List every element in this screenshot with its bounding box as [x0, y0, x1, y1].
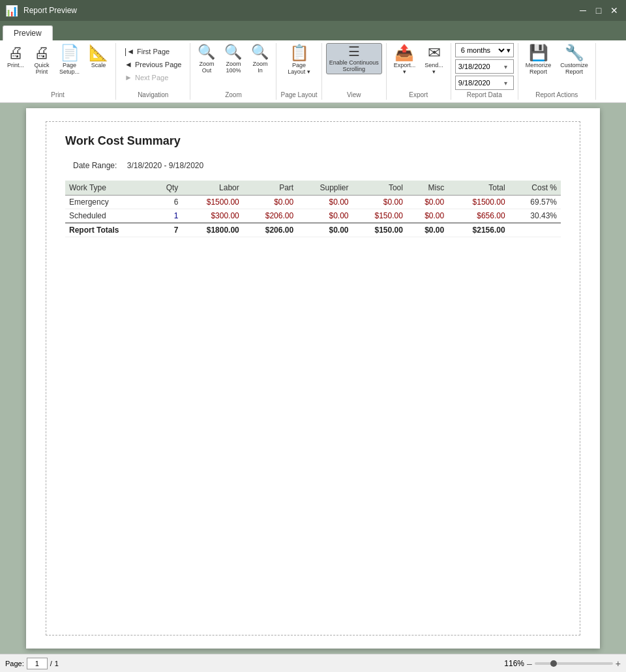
report-actions-group-label: Report Actions: [522, 90, 591, 100]
row-1-supplier: $0.00: [297, 209, 352, 224]
page-number-input[interactable]: [27, 658, 48, 669]
close-button[interactable]: ✕: [608, 4, 621, 17]
customize-icon: 🔧: [565, 45, 584, 61]
table-row: Scheduled 1 $300.00 $206.00 $0.00 $150.0…: [65, 209, 561, 224]
period-dropdown[interactable]: 6 months 3 months 1 month This Year Cust…: [458, 46, 507, 55]
tab-preview[interactable]: Preview: [3, 25, 53, 40]
row-1-work-type: Scheduled: [65, 209, 152, 224]
scale-icon: 📐: [89, 45, 108, 61]
zoom-decrease-button[interactable]: –: [527, 658, 532, 669]
zoom-100-icon: 🔍: [224, 45, 242, 59]
row-0-supplier: $0.00: [297, 196, 352, 209]
report-data-group-label: Report Data: [467, 90, 502, 100]
col-cost-pct: Cost %: [509, 181, 561, 196]
enable-continuous-button[interactable]: ☰ Enable Continuous Scrolling: [326, 43, 382, 74]
page-setup-icon: 📄: [60, 45, 80, 61]
tab-bar: Preview: [0, 21, 626, 40]
ribbon-content: 🖨 Print... 🖨 Quick Print 📄 Page Setup...…: [0, 40, 626, 102]
row-0-qty: 6: [152, 196, 182, 209]
send-button[interactable]: ✉ Send... ▾: [421, 43, 447, 77]
row-0-total: $1500.00: [448, 196, 509, 209]
zoom-in-icon: 🔍: [251, 45, 269, 59]
row-0-part: $0.00: [243, 196, 297, 209]
status-bar: Page: / 1 116% – +: [0, 654, 626, 672]
page-setup-label: Page Setup...: [59, 62, 80, 75]
row-1-cost-pct: 30.43%: [509, 209, 561, 224]
quick-print-button[interactable]: 🖨 Quick Print: [30, 43, 53, 77]
table-row: Emergency 6 $1500.00 $0.00 $0.00 $0.00 $…: [65, 196, 561, 209]
row-0-tool: $0.00: [353, 196, 407, 209]
ribbon-group-zoom: 🔍 Zoom Out 🔍 Zoom 100% 🔍 Zoom In Zoom: [190, 43, 276, 100]
start-date-input[interactable]: [458, 63, 504, 70]
zoom-slider[interactable]: [535, 662, 613, 665]
zoom-out-label: Zoom Out: [199, 61, 214, 74]
customize-report-button[interactable]: 🔧 Customize Report: [557, 43, 591, 77]
row-1-qty: 1: [152, 209, 182, 224]
end-date-field[interactable]: ▾: [455, 76, 514, 90]
end-date-input[interactable]: [458, 79, 504, 87]
page-layout-button[interactable]: 📋 Page Layout ▾: [284, 43, 314, 77]
end-date-arrow[interactable]: ▾: [504, 80, 507, 87]
start-date-arrow[interactable]: ▾: [504, 63, 507, 70]
title-bar-title: Report Preview: [23, 6, 77, 15]
page-navigation: Page: / 1: [5, 658, 59, 669]
zoom-level-label: 116%: [504, 659, 524, 668]
export-button[interactable]: 📤 Export... ▾: [391, 43, 419, 77]
page-setup-button[interactable]: 📄 Page Setup...: [56, 43, 83, 77]
zoom-100-button[interactable]: 🔍 Zoom 100%: [221, 43, 245, 76]
col-work-type: Work Type: [65, 181, 152, 196]
ribbon-group-navigation: |◄ First Page ◄ Previous Page ► Next Pag…: [116, 43, 190, 100]
col-tool: Tool: [353, 181, 407, 196]
quick-print-label: Quick Print: [35, 62, 50, 75]
totals-label: Report Totals: [65, 223, 152, 237]
title-bar: 📊 Report Preview ─ □ ✕: [0, 0, 626, 21]
app-icon: 📊: [5, 5, 18, 17]
total-pages: 1: [55, 660, 59, 667]
next-page-button[interactable]: ► Next Page: [121, 72, 185, 83]
report-action-buttons: 💾 Memorize Report 🔧 Customize Report: [522, 43, 591, 90]
title-bar-controls[interactable]: ─ □ ✕: [576, 4, 621, 17]
row-1-part: $206.00: [243, 209, 297, 224]
memorize-label: Memorize Report: [526, 62, 552, 75]
ribbon-group-page-layout: 📋 Page Layout ▾ Page Layout: [276, 43, 321, 100]
page-layout-group-label: Page Layout: [280, 90, 317, 100]
continuous-scroll-icon: ☰: [348, 45, 360, 58]
printer-icon: 🖨: [8, 45, 23, 61]
print-button[interactable]: 🖨 Print...: [4, 43, 27, 70]
zoom-increase-button[interactable]: +: [616, 658, 621, 669]
zoom-in-button[interactable]: 🔍 Zoom In: [248, 43, 272, 76]
totals-labor: $1800.00: [182, 223, 243, 237]
totals-cost-pct: [509, 223, 561, 237]
print-label: Print...: [7, 62, 24, 68]
continuous-scroll-label: Enable Continuous Scrolling: [329, 59, 379, 72]
page-layout-buttons: 📋 Page Layout ▾: [284, 43, 314, 90]
zoom-buttons: 🔍 Zoom Out 🔍 Zoom 100% 🔍 Zoom In: [194, 43, 272, 90]
customize-label: Customize Report: [560, 62, 588, 75]
start-date-field[interactable]: ▾: [455, 59, 514, 74]
first-page-button[interactable]: |◄ First Page: [121, 46, 185, 57]
zoom-in-label: Zoom In: [252, 61, 267, 74]
prev-page-icon: ◄: [125, 60, 132, 69]
totals-part: $206.00: [243, 223, 297, 237]
zoom-out-button[interactable]: 🔍 Zoom Out: [194, 43, 218, 76]
memorize-report-button[interactable]: 💾 Memorize Report: [522, 43, 555, 77]
zoom-group-label: Zoom: [194, 90, 272, 100]
scale-button[interactable]: 📐 Scale: [85, 43, 112, 70]
report-date-range: Date Range: 3/18/2020 - 9/18/2020: [65, 161, 561, 170]
first-page-icon: |◄: [125, 47, 134, 56]
ribbon-group-report-actions: 💾 Memorize Report 🔧 Customize Report Rep…: [518, 43, 596, 100]
navigation-group-label: Navigation: [138, 90, 168, 100]
totals-misc: $0.00: [407, 223, 448, 237]
row-0-cost-pct: 69.57%: [509, 196, 561, 209]
prev-page-button[interactable]: ◄ Previous Page: [121, 59, 185, 70]
view-group-label: View: [326, 90, 382, 100]
print-group-label: Print: [4, 90, 112, 100]
period-selector[interactable]: 6 months 3 months 1 month This Year Cust…: [455, 43, 514, 57]
row-1-tool: $150.00: [353, 209, 407, 224]
page-layout-icon: 📋: [290, 45, 309, 61]
col-supplier: Supplier: [297, 181, 352, 196]
maximize-button[interactable]: □: [592, 4, 605, 17]
minimize-button[interactable]: ─: [576, 4, 589, 17]
export-label: Export... ▾: [394, 62, 416, 75]
report-title: Work Cost Summary: [65, 134, 561, 148]
